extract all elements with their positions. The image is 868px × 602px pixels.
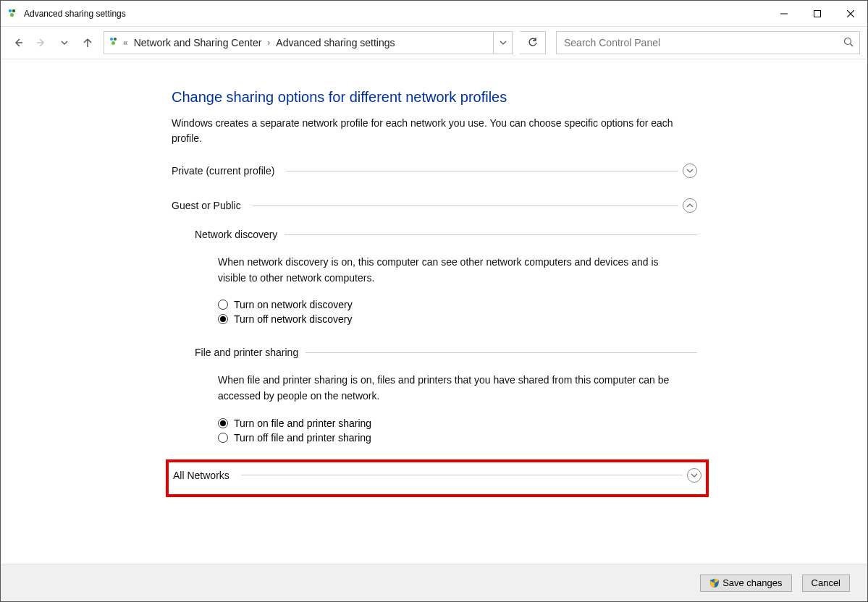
file-printer-heading: File and printer sharing	[195, 347, 306, 358]
collapse-guest-button[interactable]	[683, 198, 697, 213]
app-icon	[7, 8, 18, 20]
svg-line-13	[851, 43, 854, 46]
back-button[interactable]	[8, 33, 28, 53]
page-title: Change sharing options for different net…	[172, 89, 867, 106]
search-box[interactable]	[556, 31, 860, 54]
page-description: Windows creates a separate network profi…	[172, 116, 686, 146]
search-input[interactable]	[562, 36, 843, 49]
section-private-label: Private (current profile)	[172, 165, 282, 177]
section-private[interactable]: Private (current profile)	[172, 164, 697, 178]
svg-point-2	[10, 12, 14, 16]
section-guest-label: Guest or Public	[172, 200, 248, 211]
recent-locations-button[interactable]	[54, 33, 75, 53]
radio-nd-off[interactable]: Turn off network discovery	[218, 313, 697, 325]
divider	[286, 171, 678, 171]
radio-fp-on-label: Turn on file and printer sharing	[234, 417, 371, 429]
divider	[306, 352, 697, 353]
breadcrumb-overflow-icon[interactable]: «	[123, 38, 128, 48]
radio-nd-on[interactable]: Turn on network discovery	[218, 299, 697, 310]
svg-point-9	[110, 37, 113, 40]
svg-point-12	[845, 38, 851, 44]
section-all-networks[interactable]: All Networks	[173, 468, 701, 483]
expand-all-networks-button[interactable]	[687, 468, 701, 483]
radio-icon-checked	[218, 314, 228, 324]
network-discovery-heading: Network discovery	[195, 229, 285, 240]
file-printer-radios: Turn on file and printer sharing Turn of…	[218, 417, 697, 444]
address-bar[interactable]: « Network and Sharing Center › Advanced …	[104, 31, 513, 54]
network-discovery-radios: Turn on network discovery Turn off netwo…	[218, 299, 697, 325]
highlight-all-networks: All Networks	[166, 459, 709, 497]
svg-point-10	[114, 37, 117, 40]
expand-private-button[interactable]	[683, 164, 697, 178]
svg-point-11	[111, 41, 115, 45]
svg-point-1	[12, 9, 15, 12]
refresh-button[interactable]	[520, 31, 546, 54]
divider	[241, 475, 683, 475]
radio-icon-checked	[218, 418, 228, 428]
maximize-button[interactable]	[801, 2, 834, 25]
file-printer-text: When file and printer sharing is on, fil…	[218, 373, 681, 404]
minimize-button[interactable]	[767, 2, 801, 25]
radio-fp-off[interactable]: Turn off file and printer sharing	[218, 432, 697, 444]
navbar: « Network and Sharing Center › Advanced …	[1, 27, 867, 59]
chevron-right-icon: ›	[267, 38, 270, 48]
radio-icon	[218, 433, 228, 443]
save-changes-button[interactable]: Save changes	[700, 575, 791, 592]
radio-fp-on[interactable]: Turn on file and printer sharing	[218, 417, 697, 429]
radio-fp-off-label: Turn off file and printer sharing	[234, 432, 371, 444]
footer: Save changes Cancel	[1, 564, 867, 601]
subsection-file-printer: File and printer sharing When file and p…	[195, 347, 697, 443]
content-area: Change sharing options for different net…	[1, 66, 867, 564]
close-button[interactable]	[834, 2, 867, 25]
breadcrumb-current[interactable]: Advanced sharing settings	[274, 35, 396, 50]
section-guest[interactable]: Guest or Public	[172, 198, 697, 213]
window-title: Advanced sharing settings	[24, 9, 767, 19]
forward-button[interactable]	[31, 33, 51, 53]
cancel-button[interactable]: Cancel	[802, 575, 850, 592]
radio-icon	[218, 300, 228, 310]
subsection-network-discovery: Network discovery When network discovery…	[195, 229, 697, 325]
save-changes-label: Save changes	[722, 577, 782, 588]
app-icon-small	[109, 37, 119, 49]
radio-nd-on-label: Turn on network discovery	[234, 299, 353, 310]
window-controls	[767, 2, 867, 25]
breadcrumb-parent[interactable]: Network and Sharing Center	[132, 35, 264, 50]
svg-point-0	[9, 9, 12, 12]
section-all-networks-label: All Networks	[173, 470, 237, 481]
search-icon[interactable]	[843, 37, 854, 49]
network-discovery-text: When network discovery is on, this compu…	[218, 255, 681, 286]
titlebar: Advanced sharing settings	[1, 1, 867, 27]
divider	[285, 234, 697, 235]
svg-rect-4	[814, 10, 821, 17]
cancel-label: Cancel	[812, 577, 840, 588]
divider	[253, 205, 678, 206]
address-dropdown-button[interactable]	[493, 32, 512, 54]
up-button[interactable]	[77, 33, 98, 53]
radio-nd-off-label: Turn off network discovery	[234, 313, 352, 325]
shield-icon	[709, 578, 720, 588]
